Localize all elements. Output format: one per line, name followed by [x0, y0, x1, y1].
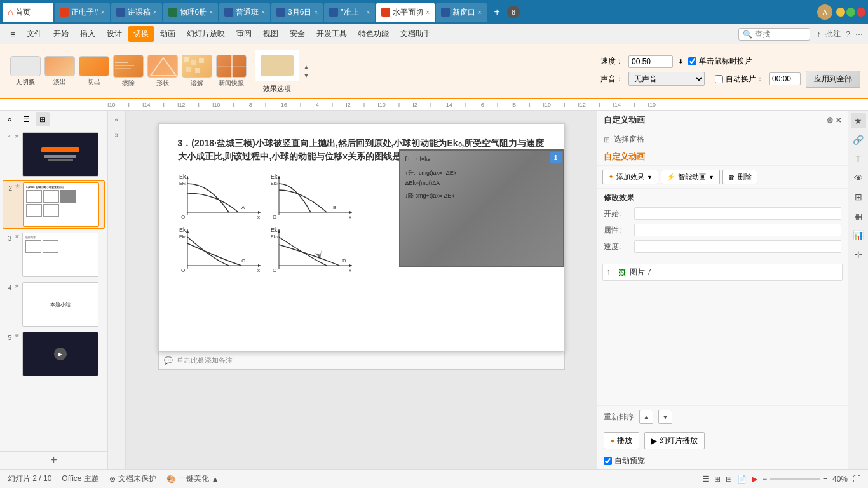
tab-word5[interactable]: 新窗口 × [436, 3, 487, 22]
menu-safety[interactable]: 安全 [285, 26, 310, 42]
tab-ppt1[interactable]: 正电子# × [55, 3, 110, 22]
slide-thumb-2[interactable]: 3.(2018·盐城三模)小球被竖直向上 [23, 182, 99, 227]
view-slide-icon[interactable]: ⊞ [714, 475, 721, 484]
slide-star-3[interactable]: ★ [14, 233, 20, 240]
start-input[interactable] [634, 207, 841, 220]
transition-fade[interactable]: 淡出 [44, 56, 75, 86]
delete-anim-btn[interactable]: 🗑 删除 [722, 170, 757, 184]
sidebar-chart-icon[interactable]: 📊 [851, 227, 866, 243]
auto-switch-time[interactable] [769, 72, 801, 85]
reorder-down-btn[interactable]: ▼ [658, 410, 672, 424]
transition-erase[interactable]: 擦除 [113, 56, 144, 86]
scroll-up-btn[interactable]: ▲ [303, 64, 309, 71]
tab-word4[interactable]: "准上 × [324, 3, 375, 22]
panel-nav-left[interactable]: « [3, 112, 17, 126]
tab-ppt2-active[interactable]: 水平面切 × [376, 3, 435, 22]
view-outline-icon[interactable]: ⊟ [726, 475, 732, 484]
tab-close-btn[interactable]: × [101, 9, 105, 16]
view-notes-icon[interactable]: 📄 [737, 475, 747, 484]
search-input[interactable] [755, 30, 806, 39]
tab-close-btn[interactable]: × [426, 9, 430, 16]
minimize-btn[interactable] [836, 8, 845, 17]
help-btn[interactable]: ? [846, 30, 850, 39]
fullscreen-btn[interactable]: ⛶ [853, 475, 860, 484]
slide-item-3[interactable]: 3 ★ 题目内容 [3, 231, 105, 278]
sidebar-star-icon[interactable]: ★ [851, 113, 866, 128]
search-box[interactable]: 🔍 [738, 28, 810, 41]
panel-close-btn[interactable]: × [836, 115, 841, 125]
tab-close-btn[interactable]: × [366, 9, 370, 16]
sidebar-apps-icon[interactable]: ⊹ [851, 247, 866, 262]
transition-cut[interactable]: 切出 [79, 56, 109, 86]
smart-anim-btn[interactable]: ⚡ 智能动画 ▼ [661, 170, 720, 184]
view-normal-icon[interactable]: ☰ [702, 475, 709, 484]
tab-word2[interactable]: 普通班 × [219, 3, 270, 22]
more-btn[interactable]: ⋯ [855, 30, 863, 39]
slide-item-2[interactable]: 2 ★ 3.(2018·盐城三模)小球被竖直向上 [3, 180, 105, 229]
sidebar-grid-icon[interactable]: ⊞ [851, 189, 866, 205]
tab-close-btn[interactable]: × [261, 9, 265, 16]
play-btn[interactable]: ● 播放 [604, 432, 639, 449]
menu-file[interactable]: 文件 [22, 26, 47, 42]
add-slide-btn[interactable]: + [0, 451, 107, 469]
select-window-btn[interactable]: ⊞ 选择窗格 [597, 130, 848, 149]
slide-star-4[interactable]: ★ [14, 282, 20, 289]
tab-close-btn[interactable]: × [314, 9, 318, 16]
slide-star-2[interactable]: ★ [15, 182, 20, 189]
effect-options-preview[interactable] [255, 50, 299, 81]
panel-thumb-btn[interactable]: ⊞ [36, 112, 50, 126]
zoom-out-btn[interactable]: − [763, 475, 767, 484]
transition-dissolve[interactable]: 溶解 [182, 56, 212, 86]
zoom-slider[interactable] [770, 478, 820, 480]
speed-spinner[interactable]: ⬍ [678, 58, 683, 65]
slide-thumb-1[interactable] [22, 132, 98, 177]
effect-options-btn[interactable]: 效果选项 [255, 84, 299, 93]
menu-view[interactable]: 视图 [258, 26, 283, 42]
menu-animation[interactable]: 动画 [155, 26, 180, 42]
view-play-icon[interactable]: ▶ [752, 475, 757, 484]
menu-special[interactable]: 特色功能 [353, 26, 394, 42]
scroll-nav-right[interactable]: » [111, 128, 123, 141]
tab-excel1[interactable]: 物理6册 × [163, 3, 219, 22]
hamburger-menu[interactable]: ≡ [5, 27, 20, 42]
menu-docassist[interactable]: 文档助手 [395, 26, 436, 42]
close-btn[interactable] [857, 8, 865, 17]
slide-thumb-5[interactable]: ▶ [22, 332, 98, 376]
menu-devtools[interactable]: 开发工具 [311, 26, 352, 42]
sound-select[interactable]: 无声音 [628, 72, 705, 86]
menu-insert[interactable]: 插入 [75, 26, 100, 42]
tab-close-btn[interactable]: × [153, 9, 157, 16]
tab-close-btn[interactable]: × [478, 9, 482, 16]
property-input[interactable] [634, 224, 841, 236]
scroll-down-btn[interactable]: ▼ [303, 72, 309, 79]
beautify-btn[interactable]: 🎨 一键美化 ▲ [166, 473, 219, 484]
panel-list-btn[interactable]: ☰ [19, 112, 33, 126]
sidebar-text-icon[interactable]: T [851, 151, 866, 166]
menu-design[interactable]: 设计 [102, 26, 127, 42]
share-btn[interactable]: ↑ [817, 30, 820, 39]
speed-input[interactable] [628, 55, 673, 68]
transition-none[interactable]: 无切换 [10, 56, 41, 86]
add-tab-btn[interactable]: + [488, 3, 506, 21]
tab-word1[interactable]: 讲课稿 × [111, 3, 162, 22]
slideshow-btn[interactable]: ▶ 幻灯片播放 [644, 432, 705, 449]
comment-bar[interactable]: 💬 单击此处添加备注 [158, 352, 565, 370]
tab-close-btn[interactable]: × [209, 9, 213, 16]
add-effect-btn[interactable]: ✦ 添加效果 ▼ [602, 170, 658, 184]
slide-star-1[interactable]: ★ [14, 132, 20, 139]
apply-all-btn[interactable]: 应用到全部 [806, 71, 860, 88]
anim-item-1[interactable]: 1 🖼 图片 7 [602, 264, 843, 281]
sidebar-table-icon[interactable]: ▦ [851, 208, 866, 224]
slide-item-5[interactable]: 5 ★ ▶ [3, 330, 105, 377]
tab-home[interactable]: ⌂ 首页 [3, 3, 53, 22]
slide-thumb-4[interactable]: 本题小结 [22, 282, 98, 327]
reorder-up-btn[interactable]: ▲ [639, 410, 653, 424]
transition-news[interactable]: 新闻快报 [216, 56, 247, 86]
tab-word3[interactable]: 3月6日 × [271, 3, 323, 22]
maximize-btn[interactable] [846, 8, 855, 17]
menu-start[interactable]: 开始 [48, 26, 74, 42]
click-switch-label[interactable]: 单击鼠标时换片 [688, 56, 752, 67]
panel-settings-icon[interactable]: ⚙ [826, 116, 834, 125]
slide-item-1[interactable]: 1 ★ [3, 131, 105, 178]
menu-slideshow[interactable]: 幻灯片放映 [182, 26, 230, 42]
